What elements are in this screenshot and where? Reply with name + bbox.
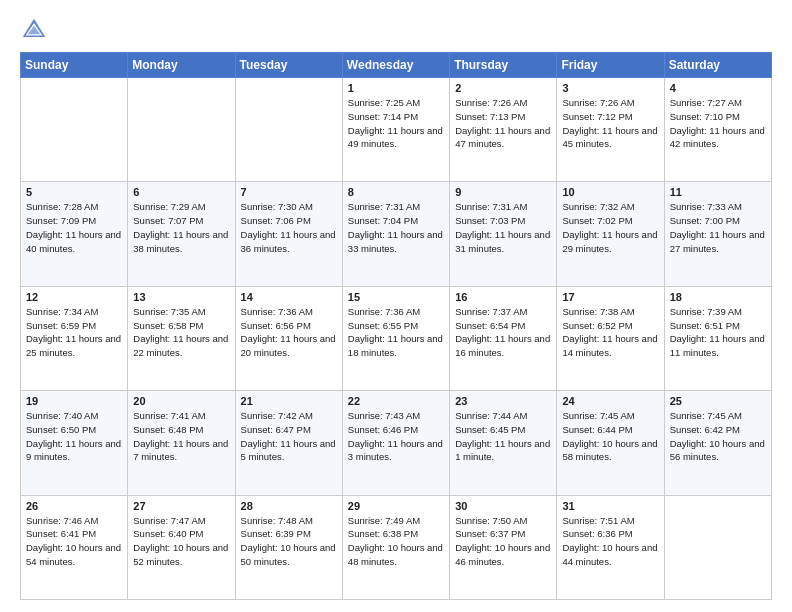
- calendar-cell: 30Sunrise: 7:50 AM Sunset: 6:37 PM Dayli…: [450, 495, 557, 599]
- day-info: Sunrise: 7:28 AM Sunset: 7:09 PM Dayligh…: [26, 200, 122, 255]
- day-info: Sunrise: 7:26 AM Sunset: 7:13 PM Dayligh…: [455, 96, 551, 151]
- calendar-cell: 2Sunrise: 7:26 AM Sunset: 7:13 PM Daylig…: [450, 78, 557, 182]
- day-number: 21: [241, 395, 337, 407]
- day-info: Sunrise: 7:39 AM Sunset: 6:51 PM Dayligh…: [670, 305, 766, 360]
- calendar-cell: 24Sunrise: 7:45 AM Sunset: 6:44 PM Dayli…: [557, 391, 664, 495]
- day-info: Sunrise: 7:38 AM Sunset: 6:52 PM Dayligh…: [562, 305, 658, 360]
- page: SundayMondayTuesdayWednesdayThursdayFrid…: [0, 0, 792, 612]
- calendar-cell: 1Sunrise: 7:25 AM Sunset: 7:14 PM Daylig…: [342, 78, 449, 182]
- logo: [20, 16, 52, 44]
- day-header-monday: Monday: [128, 53, 235, 78]
- day-number: 24: [562, 395, 658, 407]
- day-number: 16: [455, 291, 551, 303]
- calendar-cell: [235, 78, 342, 182]
- day-info: Sunrise: 7:45 AM Sunset: 6:42 PM Dayligh…: [670, 409, 766, 464]
- day-info: Sunrise: 7:35 AM Sunset: 6:58 PM Dayligh…: [133, 305, 229, 360]
- day-number: 25: [670, 395, 766, 407]
- calendar-cell: 9Sunrise: 7:31 AM Sunset: 7:03 PM Daylig…: [450, 182, 557, 286]
- calendar-cell: 21Sunrise: 7:42 AM Sunset: 6:47 PM Dayli…: [235, 391, 342, 495]
- calendar-cell: [128, 78, 235, 182]
- day-header-friday: Friday: [557, 53, 664, 78]
- day-info: Sunrise: 7:29 AM Sunset: 7:07 PM Dayligh…: [133, 200, 229, 255]
- calendar-table: SundayMondayTuesdayWednesdayThursdayFrid…: [20, 52, 772, 600]
- calendar-cell: 5Sunrise: 7:28 AM Sunset: 7:09 PM Daylig…: [21, 182, 128, 286]
- day-number: 10: [562, 186, 658, 198]
- day-info: Sunrise: 7:47 AM Sunset: 6:40 PM Dayligh…: [133, 514, 229, 569]
- day-info: Sunrise: 7:43 AM Sunset: 6:46 PM Dayligh…: [348, 409, 444, 464]
- day-number: 20: [133, 395, 229, 407]
- calendar-cell: 13Sunrise: 7:35 AM Sunset: 6:58 PM Dayli…: [128, 286, 235, 390]
- day-header-sunday: Sunday: [21, 53, 128, 78]
- day-number: 5: [26, 186, 122, 198]
- calendar-cell: 14Sunrise: 7:36 AM Sunset: 6:56 PM Dayli…: [235, 286, 342, 390]
- day-number: 17: [562, 291, 658, 303]
- day-number: 6: [133, 186, 229, 198]
- calendar-cell: 19Sunrise: 7:40 AM Sunset: 6:50 PM Dayli…: [21, 391, 128, 495]
- day-number: 9: [455, 186, 551, 198]
- day-info: Sunrise: 7:36 AM Sunset: 6:56 PM Dayligh…: [241, 305, 337, 360]
- header: [20, 16, 772, 44]
- calendar-cell: 23Sunrise: 7:44 AM Sunset: 6:45 PM Dayli…: [450, 391, 557, 495]
- day-number: 1: [348, 82, 444, 94]
- day-number: 13: [133, 291, 229, 303]
- day-number: 22: [348, 395, 444, 407]
- day-number: 31: [562, 500, 658, 512]
- week-row-5: 26Sunrise: 7:46 AM Sunset: 6:41 PM Dayli…: [21, 495, 772, 599]
- calendar-body: 1Sunrise: 7:25 AM Sunset: 7:14 PM Daylig…: [21, 78, 772, 600]
- day-info: Sunrise: 7:31 AM Sunset: 7:04 PM Dayligh…: [348, 200, 444, 255]
- calendar-cell: 22Sunrise: 7:43 AM Sunset: 6:46 PM Dayli…: [342, 391, 449, 495]
- calendar-cell: [21, 78, 128, 182]
- day-header-wednesday: Wednesday: [342, 53, 449, 78]
- day-number: 7: [241, 186, 337, 198]
- day-info: Sunrise: 7:44 AM Sunset: 6:45 PM Dayligh…: [455, 409, 551, 464]
- day-info: Sunrise: 7:33 AM Sunset: 7:00 PM Dayligh…: [670, 200, 766, 255]
- day-info: Sunrise: 7:32 AM Sunset: 7:02 PM Dayligh…: [562, 200, 658, 255]
- week-row-3: 12Sunrise: 7:34 AM Sunset: 6:59 PM Dayli…: [21, 286, 772, 390]
- calendar-cell: 11Sunrise: 7:33 AM Sunset: 7:00 PM Dayli…: [664, 182, 771, 286]
- calendar-cell: 20Sunrise: 7:41 AM Sunset: 6:48 PM Dayli…: [128, 391, 235, 495]
- day-info: Sunrise: 7:45 AM Sunset: 6:44 PM Dayligh…: [562, 409, 658, 464]
- day-info: Sunrise: 7:49 AM Sunset: 6:38 PM Dayligh…: [348, 514, 444, 569]
- day-number: 18: [670, 291, 766, 303]
- logo-icon: [20, 16, 48, 44]
- day-number: 12: [26, 291, 122, 303]
- calendar-cell: 29Sunrise: 7:49 AM Sunset: 6:38 PM Dayli…: [342, 495, 449, 599]
- day-number: 11: [670, 186, 766, 198]
- day-number: 26: [26, 500, 122, 512]
- calendar-cell: 12Sunrise: 7:34 AM Sunset: 6:59 PM Dayli…: [21, 286, 128, 390]
- calendar-cell: 27Sunrise: 7:47 AM Sunset: 6:40 PM Dayli…: [128, 495, 235, 599]
- day-number: 23: [455, 395, 551, 407]
- day-info: Sunrise: 7:41 AM Sunset: 6:48 PM Dayligh…: [133, 409, 229, 464]
- day-info: Sunrise: 7:51 AM Sunset: 6:36 PM Dayligh…: [562, 514, 658, 569]
- day-number: 27: [133, 500, 229, 512]
- day-info: Sunrise: 7:30 AM Sunset: 7:06 PM Dayligh…: [241, 200, 337, 255]
- calendar-cell: 16Sunrise: 7:37 AM Sunset: 6:54 PM Dayli…: [450, 286, 557, 390]
- calendar-cell: [664, 495, 771, 599]
- day-info: Sunrise: 7:48 AM Sunset: 6:39 PM Dayligh…: [241, 514, 337, 569]
- calendar-cell: 15Sunrise: 7:36 AM Sunset: 6:55 PM Dayli…: [342, 286, 449, 390]
- calendar-cell: 4Sunrise: 7:27 AM Sunset: 7:10 PM Daylig…: [664, 78, 771, 182]
- calendar-cell: 17Sunrise: 7:38 AM Sunset: 6:52 PM Dayli…: [557, 286, 664, 390]
- day-number: 15: [348, 291, 444, 303]
- day-number: 4: [670, 82, 766, 94]
- day-info: Sunrise: 7:36 AM Sunset: 6:55 PM Dayligh…: [348, 305, 444, 360]
- calendar-cell: 3Sunrise: 7:26 AM Sunset: 7:12 PM Daylig…: [557, 78, 664, 182]
- day-info: Sunrise: 7:37 AM Sunset: 6:54 PM Dayligh…: [455, 305, 551, 360]
- day-number: 30: [455, 500, 551, 512]
- week-row-2: 5Sunrise: 7:28 AM Sunset: 7:09 PM Daylig…: [21, 182, 772, 286]
- day-info: Sunrise: 7:50 AM Sunset: 6:37 PM Dayligh…: [455, 514, 551, 569]
- day-info: Sunrise: 7:27 AM Sunset: 7:10 PM Dayligh…: [670, 96, 766, 151]
- day-header-tuesday: Tuesday: [235, 53, 342, 78]
- calendar-cell: 25Sunrise: 7:45 AM Sunset: 6:42 PM Dayli…: [664, 391, 771, 495]
- day-number: 28: [241, 500, 337, 512]
- day-header-saturday: Saturday: [664, 53, 771, 78]
- week-row-1: 1Sunrise: 7:25 AM Sunset: 7:14 PM Daylig…: [21, 78, 772, 182]
- calendar-cell: 26Sunrise: 7:46 AM Sunset: 6:41 PM Dayli…: [21, 495, 128, 599]
- day-number: 19: [26, 395, 122, 407]
- calendar-header-row: SundayMondayTuesdayWednesdayThursdayFrid…: [21, 53, 772, 78]
- day-info: Sunrise: 7:46 AM Sunset: 6:41 PM Dayligh…: [26, 514, 122, 569]
- day-info: Sunrise: 7:26 AM Sunset: 7:12 PM Dayligh…: [562, 96, 658, 151]
- calendar-cell: 28Sunrise: 7:48 AM Sunset: 6:39 PM Dayli…: [235, 495, 342, 599]
- day-number: 8: [348, 186, 444, 198]
- day-number: 2: [455, 82, 551, 94]
